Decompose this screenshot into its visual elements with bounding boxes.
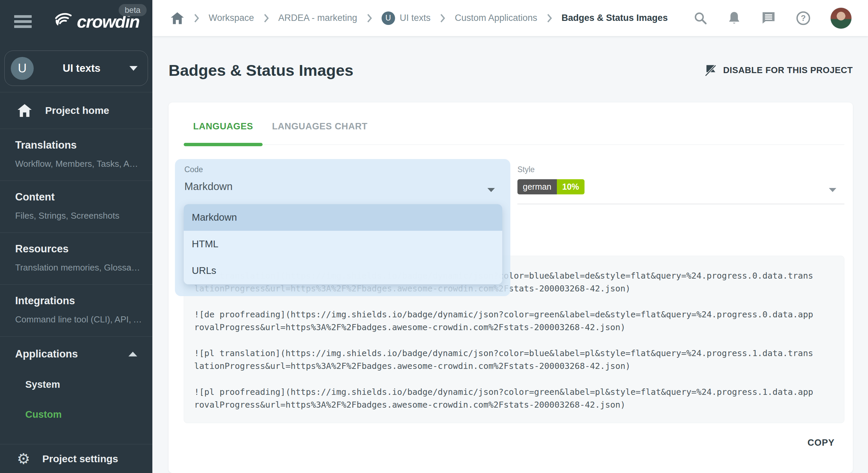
breadcrumb-project[interactable]: ARDEA - marketing <box>278 13 357 23</box>
menu-item-html[interactable]: HTML <box>184 231 502 257</box>
badge-preview-value: 10% <box>557 179 585 194</box>
sidebar-item-content[interactable]: Content Files, Strings, Screenshots <box>0 181 152 232</box>
sidebar-item-applications[interactable]: Applications <box>15 348 137 360</box>
copy-button[interactable]: COPY <box>803 434 839 451</box>
topbar-icons: ? <box>693 7 852 29</box>
project-name: UI texts <box>34 62 129 74</box>
tabs: LANGUAGES LANGUAGES CHART <box>184 102 844 145</box>
chevron-down-icon <box>487 188 495 192</box>
breadcrumb-workspace[interactable]: Workspace <box>209 13 254 23</box>
breadcrumb-ui-texts[interactable]: U UI texts <box>382 11 431 25</box>
breadcrumb: Workspace ARDEA - marketing U UI texts C… <box>170 11 693 25</box>
project-avatar: U <box>11 57 34 80</box>
section-title: Applications <box>15 348 78 360</box>
badges-card: LANGUAGES LANGUAGES CHART ![de translati… <box>169 102 853 473</box>
home-icon[interactable] <box>170 11 184 25</box>
user-avatar[interactable] <box>830 7 852 29</box>
code-line: ![pl proofreading](https://img.shields.i… <box>194 386 844 399</box>
sidebar-item-label: Project settings <box>42 453 118 465</box>
style-select-label: Style <box>517 165 535 174</box>
gear-icon: ⚙ <box>17 451 30 466</box>
messages-chat-icon[interactable] <box>761 11 776 26</box>
tab-languages-chart[interactable]: LANGUAGES CHART <box>263 121 377 145</box>
section-title: Integrations <box>15 295 142 307</box>
badge-preview: german 10% <box>517 179 585 194</box>
chevron-right-icon <box>367 14 372 23</box>
code-entry: ![de proofreading](https://img.shields.i… <box>194 308 844 334</box>
section-title: Resources <box>15 243 142 255</box>
section-subtitle: Translation memories, Glossari… <box>15 262 142 273</box>
sidebar-item-custom[interactable]: Custom <box>15 409 137 420</box>
page-content: Badges & Status Images DISABLE FOR THIS … <box>152 36 868 473</box>
code-line: rovalProgress&url=https%3A%2F%2Fbadges.a… <box>194 321 844 334</box>
chevron-right-icon <box>547 14 552 23</box>
tab-languages[interactable]: LANGUAGES <box>184 121 263 145</box>
section-subtitle: Files, Strings, Screenshots <box>15 211 142 221</box>
disable-button-label: DISABLE FOR THIS PROJECT <box>723 65 853 75</box>
beta-badge: beta <box>119 4 147 16</box>
sidebar: beta crowdin U UI texts <box>0 0 152 473</box>
disable-for-project-button[interactable]: DISABLE FOR THIS PROJECT <box>704 63 853 77</box>
code-line: rovalProgress&url=https%3A%2F%2Fbadges.a… <box>194 399 844 411</box>
project-avatar: U <box>382 11 395 25</box>
active-tab-indicator <box>184 143 263 146</box>
menu-item-urls[interactable]: URLs <box>184 257 502 284</box>
chevron-up-icon <box>128 352 137 356</box>
code-entry: ![pl proofreading](https://img.shields.i… <box>194 386 844 411</box>
page-title: Badges & Status Images <box>169 61 354 80</box>
flag-slash-icon <box>704 63 718 77</box>
sidebar-item-project-settings[interactable]: ⚙ Project settings <box>0 444 152 473</box>
breadcrumb-label: UI texts <box>400 13 431 23</box>
section-subtitle: Command line tool (CLI), API, A… <box>15 314 142 325</box>
chevron-right-icon <box>264 14 269 23</box>
main-area: Workspace ARDEA - marketing U UI texts C… <box>152 0 868 473</box>
sidebar-item-integrations[interactable]: Integrations Command line tool (CLI), AP… <box>0 285 152 336</box>
breadcrumb-current: Badges & Status Images <box>562 13 668 23</box>
section-title: Content <box>15 191 142 203</box>
chevron-down-icon <box>129 66 138 71</box>
sidebar-item-resources[interactable]: Resources Translation memories, Glossari… <box>0 233 152 284</box>
sidebar-item-system[interactable]: System <box>15 379 137 390</box>
tab-label: LANGUAGES CHART <box>272 121 368 131</box>
badge-preview-label: german <box>517 179 557 194</box>
help-icon[interactable]: ? <box>796 11 811 26</box>
page-header: Badges & Status Images DISABLE FOR THIS … <box>169 61 853 80</box>
code-select[interactable]: Code Markdown <box>175 159 510 204</box>
sidebar-item-project-home[interactable]: Project home <box>0 92 152 129</box>
chevron-right-icon <box>440 14 445 23</box>
code-select-focus-overlay: Code Markdown Markdown HTML URLs <box>175 159 510 296</box>
style-select[interactable]: Style german 10% <box>517 159 844 204</box>
project-selector[interactable]: U UI texts <box>4 51 148 86</box>
sidebar-item-translations[interactable]: Translations Workflow, Members, Tasks, A… <box>0 129 152 181</box>
chevron-right-icon <box>194 14 199 23</box>
search-icon[interactable] <box>693 11 708 25</box>
notifications-bell-icon[interactable] <box>727 11 741 26</box>
code-select-value: Markdown <box>184 181 233 193</box>
code-line: ![de proofreading](https://img.shields.i… <box>194 308 844 321</box>
sidebar-item-label: Project home <box>45 105 109 116</box>
code-line: lationProgress&url=https%3A%2F%2Fbadges.… <box>194 360 844 373</box>
topbar: Workspace ARDEA - marketing U UI texts C… <box>152 0 868 36</box>
breadcrumb-custom-applications[interactable]: Custom Applications <box>455 13 537 23</box>
menu-item-markdown[interactable]: Markdown <box>184 204 502 231</box>
tab-label: LANGUAGES <box>193 121 253 131</box>
app-window: beta crowdin U UI texts <box>0 0 868 473</box>
code-line: ![pl translation](https://img.shields.io… <box>194 347 844 360</box>
svg-text:?: ? <box>801 13 806 23</box>
chevron-down-icon <box>829 188 836 192</box>
section-subtitle: Workflow, Members, Tasks, Act… <box>15 159 142 169</box>
crowdin-logo-icon <box>51 11 73 32</box>
code-select-menu: Markdown HTML URLs <box>184 204 502 284</box>
sidebar-group-applications: Applications System Custom <box>0 337 152 430</box>
section-title: Translations <box>15 139 142 151</box>
code-select-label: Code <box>184 165 203 174</box>
code-entry: ![pl translation](https://img.shields.io… <box>194 347 844 373</box>
home-icon <box>17 103 32 118</box>
hamburger-menu-icon[interactable] <box>14 15 32 28</box>
